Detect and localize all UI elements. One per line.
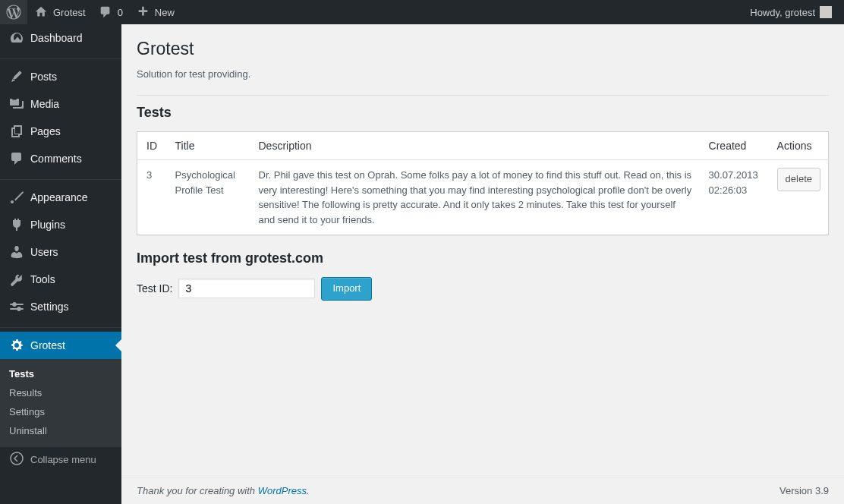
delete-button[interactable]: delete bbox=[777, 168, 820, 191]
plugin-icon bbox=[9, 217, 24, 232]
page-icon bbox=[9, 124, 24, 139]
users-icon bbox=[9, 244, 24, 260]
tests-heading: Tests bbox=[137, 105, 829, 121]
import-heading: Import test from grotest.com bbox=[137, 250, 829, 266]
media-icon bbox=[9, 96, 24, 112]
comment-count: 0 bbox=[118, 7, 123, 18]
main-content: Grotest Solution for test providing. Tes… bbox=[121, 24, 844, 504]
admin-footer: Thank you for creating with WordPress. V… bbox=[121, 477, 844, 504]
menu-comments[interactable]: Comments bbox=[0, 145, 121, 172]
home-icon bbox=[33, 5, 49, 20]
comment-icon bbox=[98, 5, 113, 20]
sliders-icon bbox=[9, 299, 24, 314]
submenu-settings[interactable]: Settings bbox=[0, 402, 121, 421]
dashboard-icon bbox=[9, 30, 24, 46]
page-title: Grotest bbox=[137, 32, 829, 62]
avatar bbox=[820, 6, 832, 18]
grotest-submenu: Tests Results Settings Uninstall bbox=[0, 359, 121, 446]
import-button[interactable]: Import bbox=[321, 277, 372, 301]
wrench-icon bbox=[9, 272, 24, 287]
pin-icon bbox=[9, 69, 24, 84]
import-form: Test ID: Import bbox=[137, 277, 829, 301]
menu-dashboard[interactable]: Dashboard bbox=[0, 24, 121, 52]
table-row: 3 Psychological Profile Test Dr. Phil ga… bbox=[137, 160, 829, 235]
site-name-link[interactable]: Grotest bbox=[27, 0, 92, 24]
menu-appearance[interactable]: Appearance bbox=[0, 184, 121, 211]
comments-icon bbox=[9, 151, 24, 166]
submenu-uninstall[interactable]: Uninstall bbox=[0, 421, 121, 440]
page-subtitle: Solution for test providing. bbox=[137, 62, 829, 95]
menu-tools[interactable]: Tools bbox=[0, 266, 121, 293]
th-created: Created bbox=[701, 132, 770, 160]
cell-created: 30.07.2013 02:26:03 bbox=[701, 160, 770, 235]
cell-title: Psychological Profile Test bbox=[168, 160, 251, 235]
wordpress-link[interactable]: WordPress bbox=[258, 485, 307, 496]
menu-pages[interactable]: Pages bbox=[0, 118, 121, 145]
cell-actions: delete bbox=[770, 160, 829, 235]
footer-thanks: Thank you for creating with WordPress. bbox=[137, 485, 310, 496]
menu-posts[interactable]: Posts bbox=[0, 63, 121, 90]
howdy-text: Howdy, grotest bbox=[750, 7, 815, 18]
tests-table: ID Title Description Created Actions 3 P… bbox=[137, 131, 829, 235]
submenu-tests[interactable]: Tests bbox=[0, 364, 121, 383]
submenu-results[interactable]: Results bbox=[0, 383, 121, 402]
divider bbox=[137, 95, 829, 96]
new-label: New bbox=[155, 7, 175, 18]
wordpress-icon bbox=[6, 5, 21, 20]
site-name: Grotest bbox=[53, 7, 86, 18]
test-id-label: Test ID: bbox=[137, 282, 172, 295]
menu-media[interactable]: Media bbox=[0, 90, 121, 118]
gear-icon bbox=[9, 338, 24, 353]
th-title: Title bbox=[168, 132, 251, 160]
footer-version: Version 3.9 bbox=[779, 485, 829, 496]
brush-icon bbox=[9, 190, 24, 205]
test-id-input[interactable] bbox=[178, 279, 315, 298]
svg-point-0 bbox=[11, 452, 23, 465]
cell-description: Dr. Phil gave this test on Oprah. Some f… bbox=[251, 160, 701, 235]
collapse-menu[interactable]: Collapse menu bbox=[0, 446, 121, 472]
wp-logo[interactable] bbox=[0, 0, 27, 24]
new-content-link[interactable]: New bbox=[129, 0, 181, 24]
th-id: ID bbox=[137, 132, 168, 160]
menu-settings[interactable]: Settings bbox=[0, 293, 121, 320]
admin-bar: Grotest 0 New Howdy, grotest bbox=[0, 0, 844, 24]
comments-link[interactable]: 0 bbox=[92, 0, 129, 24]
cell-id: 3 bbox=[137, 160, 168, 235]
menu-grotest[interactable]: Grotest bbox=[0, 332, 121, 359]
menu-plugins[interactable]: Plugins bbox=[0, 211, 121, 238]
my-account-link[interactable]: Howdy, grotest bbox=[744, 0, 838, 24]
th-actions: Actions bbox=[770, 132, 829, 160]
th-description: Description bbox=[251, 132, 701, 160]
plus-icon bbox=[135, 5, 150, 20]
menu-users[interactable]: Users bbox=[0, 238, 121, 266]
admin-sidebar: Dashboard Posts Media Pages Comments App… bbox=[0, 24, 121, 504]
collapse-icon bbox=[9, 451, 24, 468]
